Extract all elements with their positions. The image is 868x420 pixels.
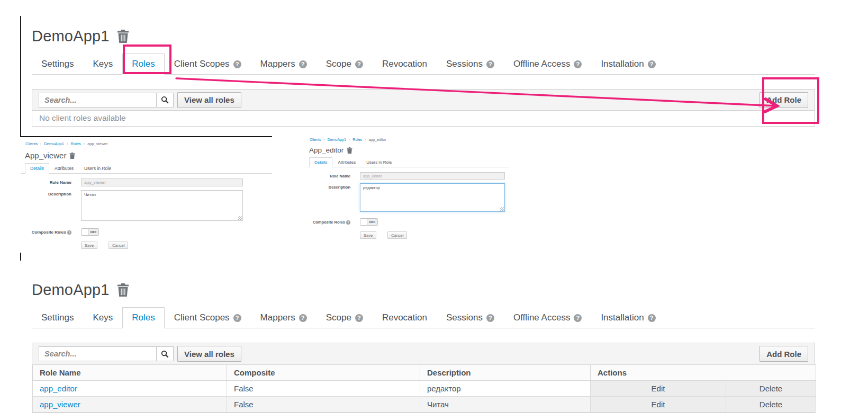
description-textarea[interactable]: редактор <box>360 183 505 212</box>
breadcrumb-item[interactable]: Roles <box>349 138 362 141</box>
client-title: DemoApp1 <box>32 28 815 45</box>
tutorial-collage: DemoApp1 Settings ? Keys ? Roles ? <box>0 0 868 420</box>
client-tab[interactable]: Offline Access ? <box>504 53 591 75</box>
client-tab[interactable]: Settings ? <box>32 307 83 328</box>
roles-toolbar: View all roles Add Role <box>32 90 815 111</box>
client-tab[interactable]: Sessions ? <box>437 307 504 328</box>
view-all-roles-button[interactable]: View all roles <box>177 346 241 362</box>
tab-label: Installation <box>601 312 644 323</box>
edit-button[interactable]: Edit <box>591 381 726 397</box>
role-link[interactable]: app_viewer <box>40 400 80 409</box>
delete-client-icon[interactable] <box>117 30 129 43</box>
tab-label: Offline Access <box>513 312 570 323</box>
cancel-button[interactable]: Cancel <box>387 231 407 239</box>
client-tab[interactable]: Client Scopes ? <box>165 307 251 328</box>
delete-button[interactable]: Delete <box>726 397 816 413</box>
client-title-text: DemoApp1 <box>32 28 110 45</box>
delete-client-icon[interactable] <box>117 283 129 297</box>
help-icon: ? <box>67 230 71 235</box>
search-input[interactable] <box>39 93 156 108</box>
client-tab[interactable]: Roles ? <box>122 307 164 328</box>
tab-label: Keys <box>93 59 113 69</box>
role-tab[interactable]: Attributes <box>332 157 361 167</box>
view-all-roles-button[interactable]: View all roles <box>177 92 241 108</box>
client-tab[interactable]: Offline Access ? <box>504 307 591 328</box>
composite-roles-toggle[interactable]: OFF <box>81 228 99 236</box>
client-tab[interactable]: Mappers ? <box>251 53 317 75</box>
add-role-button[interactable]: Add Role <box>760 92 808 108</box>
client-tab[interactable]: Installation ? <box>591 53 665 75</box>
composite-roles-toggle[interactable]: OFF <box>360 218 378 226</box>
breadcrumb-item[interactable]: Clients <box>25 141 38 146</box>
client-tab[interactable]: Scope ? <box>317 307 373 328</box>
tab-label: Sessions <box>446 312 483 323</box>
breadcrumb: ClientsDemoApp1Rolesapp_editor <box>307 136 509 141</box>
composite-roles-label: Composite Roles? <box>21 228 71 236</box>
save-button[interactable]: Save <box>81 242 97 249</box>
resize-grip-icon[interactable] <box>238 216 242 220</box>
client-tab[interactable]: Keys ? <box>83 53 122 75</box>
delete-role-icon[interactable] <box>347 147 352 154</box>
client-tab[interactable]: Sessions ? <box>437 53 504 75</box>
search-input[interactable] <box>39 346 156 361</box>
tab-label: Roles <box>132 59 155 69</box>
tab-label: Revocation <box>382 59 427 69</box>
role-tab[interactable]: Attributes <box>49 163 79 174</box>
tab-label: Scope <box>326 312 351 323</box>
role-tab[interactable]: Details <box>25 163 49 174</box>
client-tabs: Settings ? Keys ? Roles ? Client Scopes … <box>32 307 815 328</box>
save-button[interactable]: Save <box>360 231 376 239</box>
role-tabs: DetailsAttributesUsers in Role <box>21 163 272 174</box>
breadcrumb-item[interactable]: app_editor <box>365 138 386 141</box>
breadcrumb-item[interactable]: app_viewer <box>84 141 108 146</box>
tab-label: Settings <box>41 312 74 323</box>
bottom-roles-panel: DemoApp1 Settings ? Keys ? Roles ? <box>32 279 815 413</box>
help-icon: ? <box>299 60 307 68</box>
resize-grip-icon[interactable] <box>500 207 504 211</box>
search-button[interactable] <box>156 93 174 108</box>
client-tab[interactable]: Revocation ? <box>373 53 437 75</box>
breadcrumb-item[interactable]: DemoApp1 <box>323 138 346 141</box>
client-tab[interactable]: Roles ? <box>122 53 164 75</box>
table-row: app_editor False редактор Edit Delete <box>33 381 816 397</box>
client-tab[interactable]: Settings ? <box>32 53 83 75</box>
breadcrumb-item[interactable]: Roles <box>67 141 81 146</box>
delete-button[interactable]: Delete <box>726 381 816 397</box>
description-label: Description <box>307 183 350 212</box>
client-tab[interactable]: Keys ? <box>83 307 122 328</box>
client-tab[interactable]: Revocation ? <box>373 307 437 328</box>
client-title-text: DemoApp1 <box>32 281 110 299</box>
role-tab[interactable]: Users in Role <box>79 163 116 174</box>
tab-label: Installation <box>601 59 644 69</box>
search-icon <box>161 96 169 104</box>
help-icon: ? <box>486 60 494 68</box>
add-role-button[interactable]: Add Role <box>760 346 808 362</box>
description-cell: Читач <box>420 397 591 413</box>
role-title: App_viewer <box>25 151 272 160</box>
client-tab[interactable]: Mappers ? <box>251 307 317 328</box>
breadcrumb-item[interactable]: DemoApp1 <box>40 141 64 146</box>
breadcrumb-item[interactable]: Clients <box>310 138 321 141</box>
client-tab[interactable]: Scope ? <box>317 53 373 75</box>
role-link[interactable]: app_editor <box>40 384 77 393</box>
role-title-text: App_viewer <box>25 151 66 160</box>
role-name-input <box>81 178 243 186</box>
tab-label: Revocation <box>382 312 427 323</box>
help-icon: ? <box>486 314 494 322</box>
toggle-state-label: OFF <box>367 219 377 225</box>
role-tab[interactable]: Details <box>309 157 332 167</box>
description-textarea[interactable]: Читач <box>81 190 243 221</box>
help-icon: ? <box>648 60 656 68</box>
role-tab[interactable]: Users in Role <box>361 157 397 167</box>
edit-button[interactable]: Edit <box>591 397 726 413</box>
delete-role-icon[interactable] <box>69 153 75 159</box>
description-label: Description <box>21 190 71 221</box>
tab-label: Roles <box>132 312 155 323</box>
composite-cell: False <box>227 381 420 397</box>
client-tab[interactable]: Client Scopes ? <box>165 53 251 75</box>
search-button[interactable] <box>156 346 174 361</box>
app-editor-panel: ClientsDemoApp1Rolesapp_editor App_edito… <box>307 136 509 243</box>
search-group <box>39 93 174 108</box>
cancel-button[interactable]: Cancel <box>108 242 128 249</box>
client-tab[interactable]: Installation ? <box>591 307 665 328</box>
